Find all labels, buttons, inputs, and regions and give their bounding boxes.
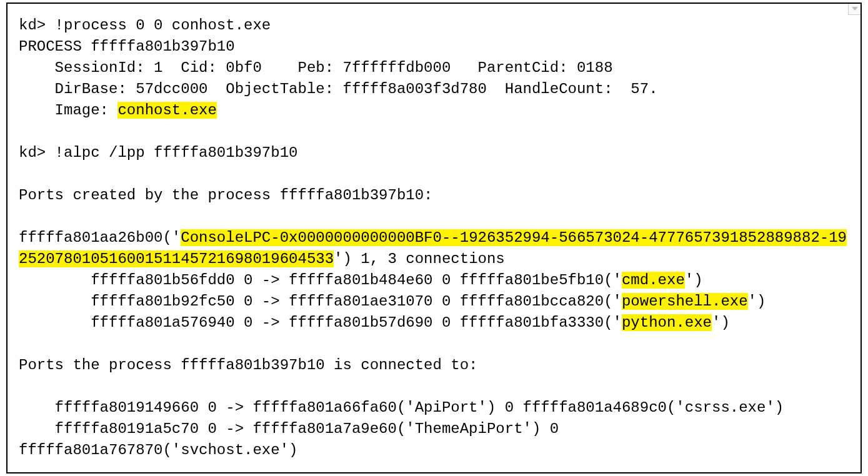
command-text: !process 0 0 conhost.exe	[55, 17, 271, 34]
process-session-line: SessionId: 1 Cid: 0bf0 Peb: 7ffffffdb000…	[19, 59, 613, 76]
connection-line-suffix: ')	[712, 314, 730, 331]
process-dirbase-line: DirBase: 57dcc000 ObjectTable: fffff8a00…	[19, 81, 658, 97]
ports-created-heading: Ports created by the process fffffa801b3…	[19, 187, 433, 204]
outbound-connection-line: fffffa801a767870('svchost.exe')	[19, 442, 297, 459]
process-image-prefix: Image:	[19, 102, 117, 119]
connection-process-name: cmd.exe	[622, 272, 685, 289]
port-entry-name-part1: ConsoleLPC-0x0000000000000BF0--192635299…	[181, 229, 847, 246]
command-text: !alpc /lpp fffffa801b397b10	[55, 144, 298, 161]
connection-process-name: powershell.exe	[622, 293, 748, 310]
port-entry-address: fffffa801aa26b00('	[19, 229, 181, 246]
connection-line-prefix: fffffa801b56fdd0 0 -> fffffa801b484e60 0…	[19, 272, 622, 289]
connection-line-prefix: fffffa801b92fc50 0 -> fffffa801ae31070 0…	[19, 293, 622, 310]
process-image-name: conhost.exe	[117, 102, 216, 119]
process-header: PROCESS fffffa801b397b10	[19, 38, 235, 55]
outbound-connection-line: fffffa80191a5c70 0 -> fffffa801a7a9e60('…	[19, 420, 568, 437]
connection-process-name: python.exe	[622, 314, 712, 331]
kd-prompt: kd>	[19, 17, 55, 34]
connection-line-suffix: ')	[685, 272, 703, 289]
debugger-output-frame: kd> !process 0 0 conhost.exe PROCESS fff…	[6, 2, 862, 474]
outbound-connection-line: fffffa8019149660 0 -> fffffa801a66fa60('…	[19, 399, 784, 416]
connection-line-suffix: ')	[748, 293, 766, 310]
ports-connected-heading: Ports the process fffffa801b397b10 is co…	[19, 357, 478, 374]
kd-prompt: kd>	[19, 144, 55, 161]
connection-line-prefix: fffffa801a576940 0 -> fffffa801b57d690 0…	[19, 314, 622, 331]
port-entry-name-part2: 25207801051600151145721698019604533	[19, 250, 334, 267]
port-entry-suffix: ') 1, 3 connections	[334, 250, 505, 267]
